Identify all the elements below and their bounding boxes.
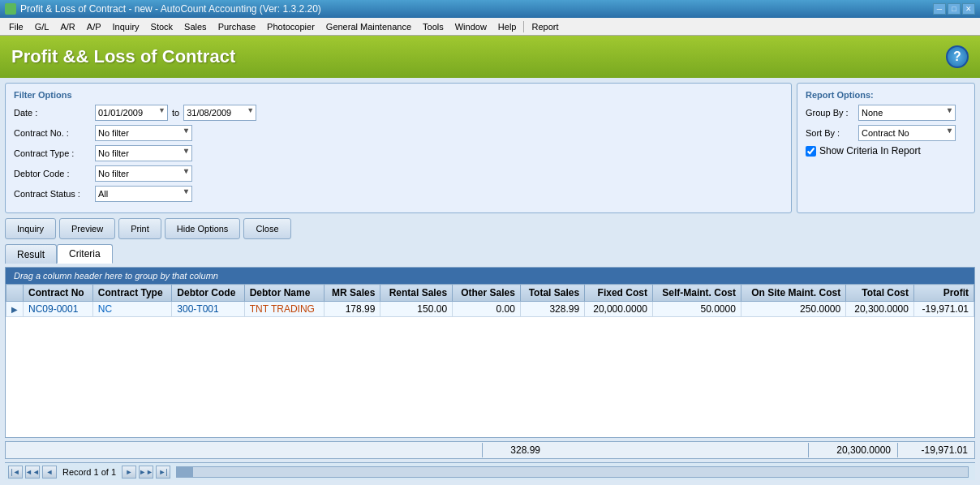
th-total-cost[interactable]: Total Cost	[846, 285, 914, 302]
menu-report[interactable]: Report	[526, 20, 564, 33]
data-table: Contract No Contract Type Debtor Code De…	[6, 284, 974, 317]
menu-bar: File G/L A/R A/P Inquiry Stock Sales Pur…	[0, 18, 980, 36]
cell-total-cost: 20,300.0000	[846, 302, 914, 317]
sort-by-select[interactable]: Contract No Contract Type Debtor Code De…	[858, 125, 956, 141]
show-criteria-checkbox[interactable]	[806, 146, 816, 157]
cell-fixed-cost: 20,000.0000	[585, 302, 653, 317]
total-sales-cell: 328.99	[482, 443, 547, 457]
report-panel: Report Options: Group By : None Contract…	[797, 83, 975, 213]
help-button[interactable]: ?	[946, 45, 969, 68]
menu-general-maintenance[interactable]: General Maintenance	[320, 20, 417, 33]
drag-hint: Drag a column header here to group by th…	[6, 268, 974, 284]
report-panel-title: Report Options:	[806, 90, 966, 100]
menu-sales[interactable]: Sales	[178, 20, 213, 33]
cell-other-sales: 0.00	[453, 302, 521, 317]
menu-photocopier[interactable]: Photocopier	[261, 20, 320, 33]
filter-panel: Filter Options Date : to Contract No. : …	[5, 83, 792, 213]
menu-ap[interactable]: A/P	[81, 20, 107, 33]
th-other-sales[interactable]: Other Sales	[453, 285, 521, 302]
action-buttons: Inquiry Preview Print Hide Options Close	[5, 217, 975, 241]
cell-debtor-code[interactable]: 300-T001	[172, 302, 244, 317]
total-cost-cell: 20,300.0000	[808, 443, 897, 457]
contract-status-filter-row: Contract Status : All Active Inactive ▼	[14, 186, 783, 202]
options-row: Filter Options Date : to Contract No. : …	[5, 83, 975, 213]
th-arrow	[6, 285, 24, 302]
cell-self-maint-cost: 50.0000	[652, 302, 741, 317]
minimize-btn[interactable]: ─	[933, 3, 946, 15]
date-filter-row: Date : to	[14, 105, 783, 121]
group-by-label: Group By :	[806, 108, 858, 118]
th-profit[interactable]: Profit	[913, 285, 974, 302]
scroll-thumb[interactable]	[177, 467, 193, 477]
tab-criteria[interactable]: Criteria	[57, 244, 113, 264]
contract-no-label: Contract No. :	[14, 128, 95, 138]
cell-on-site-maint-cost: 250.0000	[741, 302, 845, 317]
debtor-code-select[interactable]: No filter	[95, 165, 192, 182]
menu-tools[interactable]: Tools	[417, 20, 449, 33]
th-fixed-cost[interactable]: Fixed Cost	[585, 285, 653, 302]
date-from-input[interactable]	[95, 105, 168, 121]
contract-type-filter-row: Contract Type : No filter ▼	[14, 145, 783, 161]
menu-inquiry[interactable]: Inquiry	[107, 20, 145, 33]
menu-separator	[523, 21, 524, 32]
row-arrow-cell: ▶	[6, 302, 24, 317]
table-row[interactable]: ▶ NC09-0001 NC 300-T001 TNT TRADING 178.…	[6, 302, 974, 317]
th-debtor-code[interactable]: Debtor Code	[172, 285, 244, 302]
nav-bar: |◄ ◄◄ ◄ Record 1 of 1 ► ►► ►|	[5, 462, 975, 480]
main-content: Filter Options Date : to Contract No. : …	[0, 78, 980, 485]
nav-first-btn[interactable]: |◄	[8, 466, 23, 479]
preview-button[interactable]: Preview	[59, 218, 115, 239]
close-button[interactable]: Close	[243, 218, 290, 239]
cell-contract-no[interactable]: NC09-0001	[24, 302, 93, 317]
cell-profit: -19,971.01	[913, 302, 974, 317]
scroll-track[interactable]	[176, 466, 969, 478]
th-mr-sales[interactable]: MR Sales	[324, 285, 380, 302]
date-to-input[interactable]	[183, 105, 256, 121]
th-self-maint-cost[interactable]: Self-Maint. Cost	[652, 285, 741, 302]
th-rental-sales[interactable]: Rental Sales	[380, 285, 453, 302]
nav-next-fast-btn[interactable]: ►►	[139, 466, 153, 479]
contract-status-select[interactable]: All Active Inactive	[95, 186, 192, 202]
nav-prev-fast-btn[interactable]: ◄◄	[25, 466, 40, 479]
cell-mr-sales: 178.99	[324, 302, 380, 317]
menu-stock[interactable]: Stock	[145, 20, 179, 33]
app-header: Profit && Loss of Contract ?	[0, 36, 980, 78]
menu-ar[interactable]: A/R	[54, 20, 80, 33]
menu-purchase[interactable]: Purchase	[213, 20, 261, 33]
nav-prev-btn[interactable]: ◄	[42, 466, 57, 479]
inquiry-button[interactable]: Inquiry	[5, 218, 56, 239]
filter-panel-title: Filter Options	[14, 90, 783, 100]
nav-next-btn[interactable]: ►	[122, 466, 136, 479]
cell-contract-type: NC	[92, 302, 172, 317]
close-window-btn[interactable]: ✕	[962, 3, 975, 15]
menu-gl[interactable]: G/L	[29, 20, 55, 33]
tabs-row: Result Criteria	[5, 244, 975, 264]
sort-by-label: Sort By :	[806, 128, 858, 138]
table-header-row: Contract No Contract Type Debtor Code De…	[6, 285, 974, 302]
th-debtor-name[interactable]: Debtor Name	[244, 285, 324, 302]
totals-bar: 328.99 20,300.0000 -19,971.01	[5, 441, 975, 459]
total-profit-cell: -19,971.01	[897, 443, 974, 457]
contract-no-filter-row: Contract No. : No filter ▼	[14, 125, 783, 141]
menu-help[interactable]: Help	[492, 20, 522, 33]
print-button[interactable]: Print	[118, 218, 161, 239]
menu-window[interactable]: Window	[449, 20, 492, 33]
contract-status-label: Contract Status :	[14, 189, 95, 199]
title-bar-text: Profit & Loss of Contract - new - AutoCo…	[20, 3, 321, 15]
contract-no-select[interactable]: No filter	[95, 125, 192, 141]
nav-last-btn[interactable]: ►|	[156, 466, 170, 479]
th-contract-type[interactable]: Contract Type	[92, 285, 172, 302]
th-total-sales[interactable]: Total Sales	[520, 285, 584, 302]
group-by-select[interactable]: None Contract No Contract Type Debtor Co…	[858, 105, 956, 121]
th-on-site-maint-cost[interactable]: On Site Maint. Cost	[741, 285, 845, 302]
sort-by-row: Sort By : Contract No Contract Type Debt…	[806, 125, 966, 141]
group-by-row: Group By : None Contract No Contract Typ…	[806, 105, 966, 121]
cell-debtor-name: TNT TRADING	[244, 302, 324, 317]
contract-type-select[interactable]: No filter	[95, 145, 192, 161]
maximize-btn[interactable]: □	[948, 3, 961, 15]
menu-file[interactable]: File	[3, 20, 29, 33]
th-contract-no[interactable]: Contract No	[24, 285, 93, 302]
tab-result[interactable]: Result	[5, 244, 57, 264]
debtor-code-filter-row: Debtor Code : No filter ▼	[14, 165, 783, 182]
hide-options-button[interactable]: Hide Options	[165, 218, 241, 239]
